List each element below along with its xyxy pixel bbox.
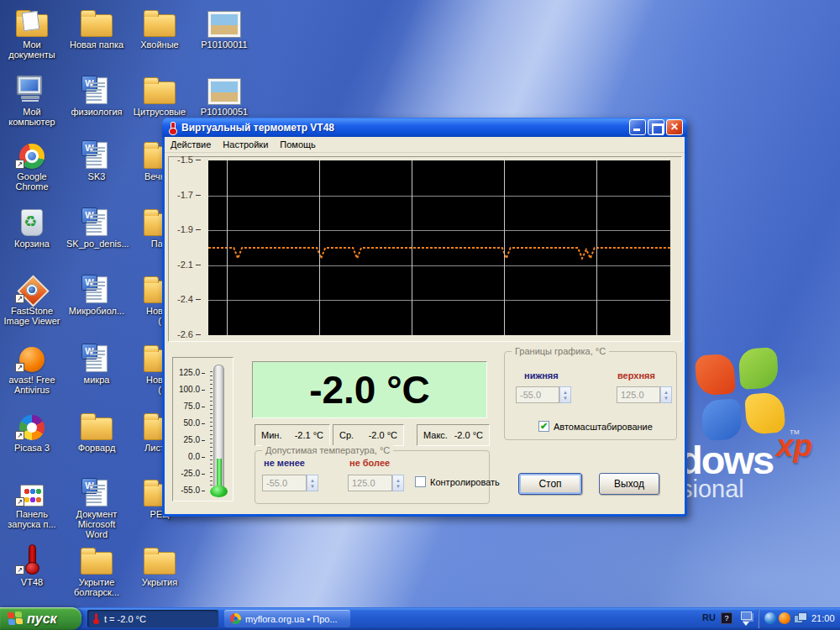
desktop-icon-label: SK_po_denis... — [66, 239, 127, 249]
gauge-bulb — [210, 486, 228, 497]
task-browser-label: myflora.org.ua • Про... — [245, 614, 338, 624]
h-gridline — [208, 265, 670, 266]
tray-avast-icon[interactable] — [779, 612, 790, 624]
exit-button[interactable]: Выход — [599, 473, 659, 495]
menu-action[interactable]: Действие — [165, 138, 217, 151]
desktop-icon-label: Google Chrome — [2, 171, 62, 192]
stat-min-label: Мин. — [261, 430, 281, 440]
bounds-lower-input[interactable]: -55.0 — [516, 386, 559, 403]
tray-collapse-chevron-icon[interactable] — [743, 622, 749, 626]
menu-settings[interactable]: Настройки — [217, 138, 274, 151]
word-icon — [86, 209, 108, 236]
tray-keyboard-icon[interactable]: ? — [721, 612, 732, 624]
control-checkbox[interactable] — [415, 476, 426, 487]
desktop-icon-ukrytiya[interactable]: Укрытия — [129, 543, 190, 587]
desktop-icon-label: Корзина — [2, 239, 62, 249]
maximize-button[interactable] — [648, 119, 664, 135]
desktop-icon-my-computer[interactable]: Мой компьютер — [2, 72, 62, 127]
desktop-icon-avast[interactable]: ↗avast! Free Antivirus — [2, 340, 62, 395]
shortcut-arrow-icon: ↗ — [15, 497, 24, 507]
allowed-min-label: не менее — [264, 458, 305, 468]
v-gridline — [596, 160, 597, 335]
desktop-icon-p10100011[interactable]: P10100011 — [194, 5, 255, 50]
desktop-icon-p10100051[interactable]: P10100051 — [194, 72, 255, 117]
word-icon — [86, 345, 108, 372]
word-icon — [86, 77, 108, 104]
close-button[interactable]: ✕ — [666, 119, 683, 135]
desktop-icon-picasa[interactable]: ↗Picasa 3 — [2, 408, 62, 453]
bounds-upper-input[interactable]: 125.0 — [617, 386, 660, 403]
desktop-icon-mikra[interactable]: микра — [66, 340, 127, 385]
stat-max: Макс. -2.0 °C — [417, 424, 490, 446]
stat-max-value: -2.0 °C — [454, 430, 483, 440]
desktop-icon-label: Документ Microsoft Word — [66, 509, 127, 539]
desktop-icon-dokument-word[interactable]: Документ Microsoft Word — [66, 475, 127, 539]
desktop-icon-google-chrome[interactable]: ↗Google Chrome — [2, 137, 62, 192]
gauge-tick-label: 25.0 — [173, 435, 205, 444]
rec-icon: ♻ — [21, 209, 43, 236]
tray-window-icon[interactable] — [741, 612, 752, 620]
desktop-icon-panel-zapuska[interactable]: ↗Панель запуска п... — [2, 475, 62, 529]
desktop-icon-ukrytie-bolgarsk[interactable]: Укрытие болгарск... — [66, 543, 127, 597]
desktop-icon-citrusovye[interactable]: Цитрусовые — [129, 72, 190, 117]
desktop-icon-mikrobiol[interactable]: Микробиол... — [66, 271, 127, 316]
bounds-lower-label: нижняя — [524, 370, 559, 381]
desktop-icon-korzina[interactable]: ♻Корзина — [2, 204, 62, 249]
stop-button[interactable]: Стоп — [518, 473, 582, 495]
control-checkbox-label: Контролировать — [430, 477, 500, 487]
shortcut-arrow-icon: ↗ — [15, 294, 24, 303]
taskbar-clock[interactable]: 21:00 — [811, 613, 835, 623]
desktop-icon-forvard[interactable]: Форвард — [66, 408, 127, 453]
autoscale-checkbox-wrap: ✔ Автомасштабирование — [538, 421, 653, 432]
allowed-max-spinner[interactable]: ▲▼ — [392, 475, 404, 491]
taskbar-task-browser[interactable]: myflora.org.ua • Про... — [224, 610, 350, 627]
desktop-icon-faststone[interactable]: ↗FastStone Image Viewer — [2, 271, 62, 326]
folder-icon — [81, 14, 113, 37]
start-button[interactable]: пуск — [0, 607, 81, 630]
desktop-icon-label: Форвард — [66, 443, 127, 453]
shortcut-arrow-icon: ↗ — [15, 565, 24, 575]
desktop-icon-label: Новая папка — [66, 39, 127, 50]
taskbar-task-vt48[interactable]: t = -2.0 °C — [87, 610, 218, 627]
gauge-tick-marks — [210, 371, 213, 489]
bounds-lower-spinner[interactable]: ▲▼ — [559, 386, 571, 403]
v-gridline — [319, 160, 320, 335]
minimize-button[interactable] — [629, 119, 646, 135]
desktop-icon-label: SK3 — [66, 171, 127, 181]
desktop-icon-sk3[interactable]: SK3 — [66, 137, 127, 181]
gauge-tick-label: 0.0 — [173, 452, 205, 461]
bounds-upper-spinner[interactable]: ▲▼ — [660, 386, 672, 403]
desktop-icon-label: Мой компьютер — [2, 107, 62, 127]
menu-help[interactable]: Помощь — [274, 138, 322, 151]
gauge-tick-label: -55.0 — [173, 486, 205, 495]
gauge-tick-label: -25.0 — [173, 469, 205, 478]
allowed-max-label: не более — [349, 458, 390, 468]
window-title: Виртуальный термометр VT48 — [181, 122, 629, 134]
shortcut-arrow-icon: ↗ — [15, 363, 24, 372]
desktop-icon-fiziologiya[interactable]: физиология — [66, 72, 127, 117]
desktop-icon-label: Мои документы — [2, 39, 62, 60]
h-gridline — [208, 230, 670, 231]
vt-icon — [23, 544, 41, 575]
control-checkbox-wrap: Контролировать — [415, 476, 500, 487]
word-icon — [86, 142, 108, 169]
window-titlebar[interactable]: Виртуальный термометр VT48 ✕ — [162, 118, 687, 137]
tray-blue-app-icon[interactable] — [764, 612, 776, 624]
stat-avg: Ср. -2.0 °C — [333, 424, 404, 446]
autoscale-checkbox[interactable]: ✔ — [538, 421, 549, 432]
desktop-icon-vt48[interactable]: ↗VT48 — [2, 543, 62, 587]
allowed-max-input[interactable]: 125.0 — [348, 475, 392, 491]
desktop-icon-my-documents[interactable]: Мои документы — [2, 5, 62, 60]
photo-icon — [208, 79, 240, 104]
desktop-icon-hvoynye[interactable]: Хвойные — [129, 5, 190, 50]
allowed-min-spinner[interactable]: ▲▼ — [307, 475, 318, 491]
folder-icon — [81, 417, 113, 440]
language-indicator[interactable]: RU — [702, 612, 716, 622]
photo-icon — [208, 12, 240, 37]
desktop-icon-novaya-papka[interactable]: Новая папка — [66, 5, 127, 50]
allowed-min-input[interactable]: -55.0 — [262, 475, 307, 491]
tray-network-icon[interactable] — [794, 612, 807, 624]
chart-panel: -1.5-1.7-1.9-2.1-2.4-2.6 — [168, 156, 682, 342]
desktop-icon-label: Микробиол... — [66, 306, 127, 316]
desktop-icon-sk-po-denis[interactable]: SK_po_denis... — [66, 204, 127, 249]
